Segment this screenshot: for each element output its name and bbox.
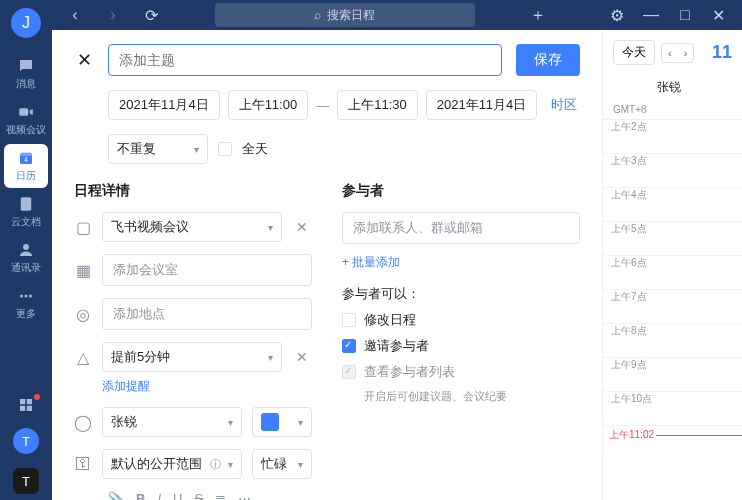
nav-label: 消息 bbox=[16, 77, 36, 91]
now-time-label: 上午11:02 bbox=[607, 428, 656, 442]
reminder-select[interactable]: 提前5分钟▾ bbox=[102, 342, 282, 372]
search-placeholder: 搜索日程 bbox=[327, 7, 375, 24]
timezone-link[interactable]: 时区 bbox=[551, 96, 577, 114]
nav-docs[interactable]: 云文档 bbox=[4, 190, 48, 234]
strike-button[interactable]: S bbox=[194, 491, 203, 500]
meeting-type-select[interactable]: 飞书视频会议▾ bbox=[102, 212, 282, 242]
start-date-picker[interactable]: 2021年11月4日 bbox=[108, 90, 220, 120]
hour-row: 上午2点 bbox=[603, 120, 742, 154]
app-icon bbox=[17, 396, 35, 414]
svg-point-6 bbox=[20, 295, 23, 298]
end-date-picker[interactable]: 2021年11月4日 bbox=[426, 90, 538, 120]
color-select[interactable]: ▾ bbox=[252, 407, 312, 437]
add-button[interactable]: ＋ bbox=[523, 0, 553, 30]
room-icon: ▦ bbox=[74, 261, 92, 280]
nav-video[interactable]: 视频会议 bbox=[4, 98, 48, 142]
svg-point-5 bbox=[23, 244, 29, 250]
participants-input[interactable]: 添加联系人、群或邮箱 bbox=[342, 212, 580, 244]
chevron-down-icon: ▾ bbox=[298, 459, 303, 470]
person-icon: ◯ bbox=[74, 413, 92, 432]
perm-edit-label: 修改日程 bbox=[364, 311, 416, 329]
perm-heading: 参与者可以： bbox=[342, 285, 580, 303]
busy-select[interactable]: 忙碌▾ bbox=[252, 449, 312, 479]
bulk-add-link[interactable]: + 批量添加 bbox=[342, 255, 400, 269]
perm-invite-checkbox[interactable] bbox=[342, 339, 356, 353]
calendar-owner: 张锐 bbox=[603, 75, 742, 104]
perm-view-checkbox bbox=[342, 365, 356, 379]
color-swatch bbox=[261, 413, 279, 431]
user-avatar[interactable]: J bbox=[11, 8, 41, 38]
back-button[interactable]: ‹ bbox=[60, 0, 90, 30]
start-time-picker[interactable]: 上午11:00 bbox=[228, 90, 309, 120]
contacts-icon bbox=[17, 241, 35, 259]
chevron-down-icon: ▾ bbox=[194, 144, 199, 155]
owner-select[interactable]: 张锐▾ bbox=[102, 407, 242, 437]
nav-label: 通讯录 bbox=[11, 261, 41, 275]
list-button[interactable]: ≣ bbox=[215, 491, 226, 500]
workspace-avatar-1[interactable]: T bbox=[13, 428, 39, 454]
save-button[interactable]: 保存 bbox=[516, 44, 580, 76]
more-icon bbox=[17, 287, 35, 305]
visibility-select[interactable]: 默认的公开范围ⓘ▾ bbox=[102, 449, 242, 479]
now-indicator: 上午11:02 bbox=[607, 428, 742, 442]
svg-text:4: 4 bbox=[24, 156, 28, 163]
day-number: 11 bbox=[712, 42, 732, 63]
nav-calendar[interactable]: 4 日历 bbox=[4, 144, 48, 188]
chevron-down-icon: ▾ bbox=[228, 417, 233, 428]
end-time-picker[interactable]: 上午11:30 bbox=[337, 90, 418, 120]
close-button[interactable]: ✕ bbox=[704, 0, 734, 30]
hour-row: 上午4点 bbox=[603, 188, 742, 222]
nav-contacts[interactable]: 通讯录 bbox=[4, 236, 48, 280]
maximize-button[interactable]: □ bbox=[670, 0, 700, 30]
bell-icon: △ bbox=[74, 348, 92, 367]
titlebar: ‹ › ⟳ ⌕ 搜索日程 ＋ ⚙ ― □ ✕ bbox=[52, 0, 742, 30]
nav-label: 视频会议 bbox=[6, 123, 46, 137]
badge-dot bbox=[34, 394, 40, 400]
room-input[interactable]: 添加会议室 bbox=[102, 254, 312, 286]
event-title-input[interactable] bbox=[108, 44, 502, 76]
hour-row: 上午7点 bbox=[603, 290, 742, 324]
prev-day-button[interactable]: ‹ bbox=[662, 44, 678, 62]
italic-button[interactable]: I bbox=[157, 491, 161, 500]
workspace-avatar-2[interactable]: T bbox=[13, 468, 39, 494]
repeat-select[interactable]: 不重复▾ bbox=[108, 134, 208, 164]
search-input[interactable]: ⌕ 搜索日程 bbox=[215, 3, 475, 27]
underline-button[interactable]: U bbox=[173, 491, 182, 500]
rich-text-toolbar: 📎 B I U S ≣ ⋯ bbox=[108, 491, 312, 500]
perm-view-label: 查看参与者列表 bbox=[364, 363, 455, 381]
clear-reminder-button[interactable]: ✕ bbox=[292, 349, 312, 365]
clear-meeting-button[interactable]: ✕ bbox=[292, 219, 312, 235]
nav-label: 日历 bbox=[16, 169, 36, 183]
close-form-button[interactable]: ✕ bbox=[74, 49, 94, 71]
timezone-label: GMT+8 bbox=[603, 104, 742, 119]
hour-row: 上午9点 bbox=[603, 358, 742, 392]
detail-heading: 日程详情 bbox=[74, 182, 312, 200]
svg-point-8 bbox=[29, 295, 32, 298]
all-day-checkbox[interactable] bbox=[218, 142, 232, 156]
next-day-button[interactable]: › bbox=[678, 44, 694, 62]
lock-icon: ⚿ bbox=[74, 455, 92, 473]
chevron-down-icon: ▾ bbox=[268, 222, 273, 233]
minimize-button[interactable]: ― bbox=[636, 0, 666, 30]
location-input[interactable]: 添加地点 bbox=[102, 298, 312, 330]
hour-row: 上午8点 bbox=[603, 324, 742, 358]
add-reminder-link[interactable]: 添加提醒 bbox=[102, 378, 150, 395]
svg-rect-4 bbox=[21, 197, 32, 211]
bold-button[interactable]: B bbox=[136, 491, 145, 500]
search-icon: ⌕ bbox=[314, 8, 321, 22]
nav-more[interactable]: 更多 bbox=[4, 282, 48, 326]
timeline[interactable]: 上午2点 上午3点 上午4点 上午5点 上午6点 上午7点 上午8点 上午9点 … bbox=[603, 119, 742, 500]
attach-button[interactable]: 📎 bbox=[108, 491, 124, 500]
participants-heading: 参与者 bbox=[342, 182, 580, 200]
perm-edit-checkbox[interactable] bbox=[342, 313, 356, 327]
forward-button[interactable]: › bbox=[98, 0, 128, 30]
refresh-button[interactable]: ⟳ bbox=[136, 0, 166, 30]
nav-messages[interactable]: 消息 bbox=[4, 52, 48, 96]
more-format-button[interactable]: ⋯ bbox=[238, 491, 251, 500]
settings-icon[interactable]: ⚙ bbox=[602, 0, 632, 30]
today-button[interactable]: 今天 bbox=[613, 40, 655, 65]
location-icon: ◎ bbox=[74, 305, 92, 324]
svg-rect-12 bbox=[27, 406, 32, 411]
left-sidebar: J 消息 视频会议 4 日历 云文档 通讯录 更多 T bbox=[0, 0, 52, 500]
nav-app[interactable] bbox=[4, 390, 48, 420]
